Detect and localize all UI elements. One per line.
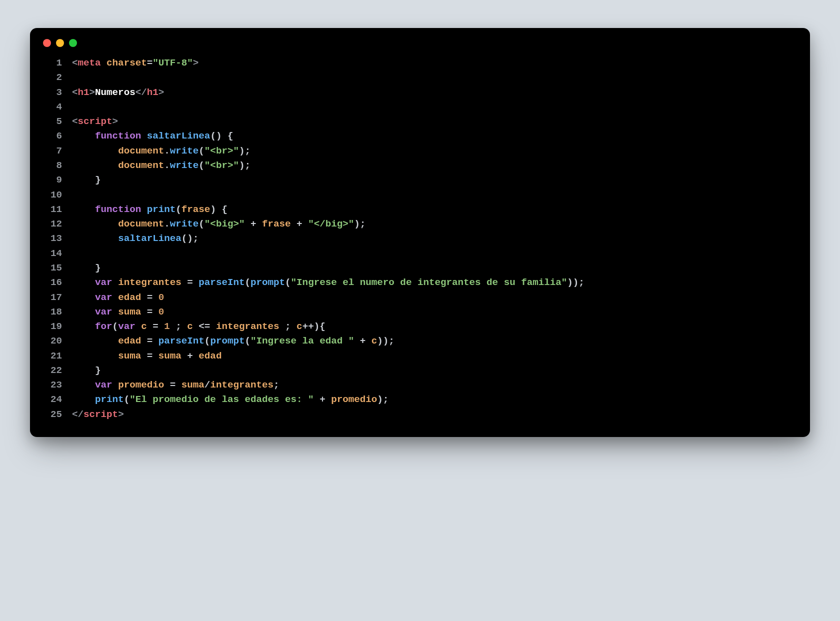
code-content: <script>: [72, 114, 796, 129]
line-number: 12: [30, 217, 63, 232]
line-number: 1: [30, 56, 63, 70]
code-line: 23 var promedio = suma/integrantes;: [30, 378, 796, 392]
code-content: document.write("<big>" + frase + "</big>…: [72, 217, 796, 232]
code-line: 3<h1>Numeros</h1>: [30, 86, 796, 100]
code-line: 18 var suma = 0: [30, 305, 796, 320]
code-content: <meta charset="UTF-8">: [72, 56, 796, 70]
line-number: 2: [30, 70, 63, 85]
code-line: 11 function print(frase) {: [30, 202, 796, 217]
close-icon[interactable]: [43, 39, 51, 47]
minimize-icon[interactable]: [56, 39, 64, 47]
line-number: 23: [30, 378, 63, 392]
code-content: [72, 188, 796, 202]
code-content: for(var c = 1 ; c <= integrantes ; c++){: [72, 320, 796, 334]
code-content: <h1>Numeros</h1>: [72, 86, 796, 100]
line-number: 11: [30, 202, 63, 217]
code-content: document.write("<br>");: [72, 144, 796, 158]
code-line: 21 suma = suma + edad: [30, 349, 796, 364]
code-line: 22 }: [30, 364, 796, 378]
line-number: 6: [30, 129, 63, 144]
line-number: 24: [30, 392, 63, 407]
code-content: </script>: [72, 408, 796, 422]
code-content: [72, 100, 796, 114]
code-content: function print(frase) {: [72, 202, 796, 217]
code-line: 2: [30, 70, 796, 85]
line-number: 20: [30, 334, 63, 348]
code-editor: 1<meta charset="UTF-8">2 3<h1>Numeros</h…: [30, 51, 810, 422]
code-content: var suma = 0: [72, 305, 796, 320]
code-line: 25</script>: [30, 408, 796, 422]
line-number: 25: [30, 408, 63, 422]
code-line: 9 }: [30, 173, 796, 188]
code-line: 19 for(var c = 1 ; c <= integrantes ; c+…: [30, 320, 796, 334]
code-content: [72, 246, 796, 261]
zoom-icon[interactable]: [69, 39, 77, 47]
code-content: document.write("<br>");: [72, 158, 796, 173]
code-line: 6 function saltarLinea() {: [30, 129, 796, 144]
code-line: 24 print("El promedio de las edades es: …: [30, 392, 796, 407]
window-titlebar: [30, 28, 810, 51]
code-content: saltarLinea();: [72, 232, 796, 246]
code-line: 12 document.write("<big>" + frase + "</b…: [30, 217, 796, 232]
code-content: function saltarLinea() {: [72, 129, 796, 144]
line-number: 3: [30, 86, 63, 100]
code-line: 15 }: [30, 261, 796, 276]
code-content: var integrantes = parseInt(prompt("Ingre…: [72, 276, 796, 290]
line-number: 18: [30, 305, 63, 320]
line-number: 8: [30, 158, 63, 173]
code-line: 5<script>: [30, 114, 796, 129]
line-number: 7: [30, 144, 63, 158]
code-content: var promedio = suma/integrantes;: [72, 378, 796, 392]
code-line: 17 var edad = 0: [30, 290, 796, 305]
code-content: edad = parseInt(prompt("Ingrese la edad …: [72, 334, 796, 348]
line-number: 10: [30, 188, 63, 202]
code-content: [72, 70, 796, 85]
code-line: 16 var integrantes = parseInt(prompt("In…: [30, 276, 796, 290]
line-number: 5: [30, 114, 63, 129]
line-number: 17: [30, 290, 63, 305]
code-line: 14: [30, 246, 796, 261]
code-content: suma = suma + edad: [72, 349, 796, 364]
code-line: 4: [30, 100, 796, 114]
line-number: 14: [30, 246, 63, 261]
code-line: 20 edad = parseInt(prompt("Ingrese la ed…: [30, 334, 796, 348]
code-content: }: [72, 173, 796, 188]
code-window: 1<meta charset="UTF-8">2 3<h1>Numeros</h…: [30, 28, 810, 437]
code-line: 7 document.write("<br>");: [30, 144, 796, 158]
code-content: }: [72, 364, 796, 378]
line-number: 9: [30, 173, 63, 188]
code-line: 1<meta charset="UTF-8">: [30, 56, 796, 70]
code-content: print("El promedio de las edades es: " +…: [72, 392, 796, 407]
code-line: 8 document.write("<br>");: [30, 158, 796, 173]
code-line: 10: [30, 188, 796, 202]
code-content: var edad = 0: [72, 290, 796, 305]
line-number: 19: [30, 320, 63, 334]
line-number: 15: [30, 261, 63, 276]
line-number: 16: [30, 276, 63, 290]
code-line: 13 saltarLinea();: [30, 232, 796, 246]
line-number: 13: [30, 232, 63, 246]
line-number: 21: [30, 349, 63, 364]
line-number: 22: [30, 364, 63, 378]
line-number: 4: [30, 100, 63, 114]
code-content: }: [72, 261, 796, 276]
